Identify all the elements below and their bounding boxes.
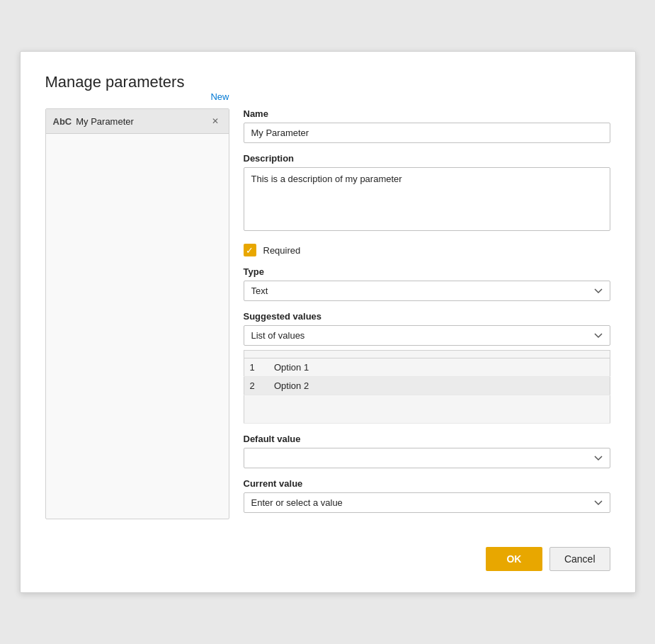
param-item-left: AbC My Parameter xyxy=(53,116,134,127)
table-row: 1 Option 1 xyxy=(244,358,610,377)
manage-parameters-dialog: Manage parameters New AbC My Parameter ✕… xyxy=(20,51,636,593)
param-type-icon: AbC xyxy=(53,116,72,127)
current-value-field-group: Current value Enter or select a value xyxy=(244,478,610,513)
col-value-header xyxy=(268,351,396,358)
required-row: ✓ Required xyxy=(244,244,610,256)
default-value-select[interactable] xyxy=(244,448,610,468)
name-field-group: Name xyxy=(244,108,610,143)
type-select[interactable]: Text Decimal Number Whole Number Date Da… xyxy=(244,281,610,301)
suggested-values-label: Suggested values xyxy=(244,311,610,322)
name-label: Name xyxy=(244,108,610,119)
type-label: Type xyxy=(244,266,610,277)
right-panel: Name Description This is a description o… xyxy=(244,108,610,523)
row-value-2[interactable]: Option 2 xyxy=(268,377,396,395)
table-row-empty xyxy=(244,395,610,424)
new-link[interactable]: New xyxy=(210,91,229,102)
required-checkbox[interactable]: ✓ xyxy=(244,244,256,256)
current-value-label: Current value xyxy=(244,478,610,489)
suggested-values-select[interactable]: Any value List of values Query xyxy=(244,325,610,346)
description-label: Description xyxy=(244,153,610,164)
description-field-group: Description This is a description of my … xyxy=(244,153,610,234)
type-field-group: Type Text Decimal Number Whole Number Da… xyxy=(244,266,610,301)
ok-button[interactable]: OK xyxy=(486,547,542,571)
row-value-1[interactable]: Option 1 xyxy=(268,358,396,377)
values-table-header xyxy=(244,351,610,358)
cancel-button[interactable]: Cancel xyxy=(549,547,610,571)
required-label: Required xyxy=(263,245,301,256)
row-num-2: 2 xyxy=(244,377,268,395)
button-row: OK Cancel xyxy=(45,540,610,571)
parameters-list: AbC My Parameter ✕ xyxy=(45,108,229,519)
row-num-1: 1 xyxy=(244,358,268,377)
checkmark-icon: ✓ xyxy=(246,246,254,255)
values-table-body: 1 Option 1 2 Option 2 xyxy=(244,358,610,424)
name-input[interactable] xyxy=(244,123,610,143)
col-extra-header xyxy=(396,351,610,358)
description-input[interactable]: This is a description of my parameter xyxy=(244,167,610,231)
default-value-field-group: Default value xyxy=(244,434,610,468)
row-extra-1 xyxy=(396,358,610,377)
param-name-label: My Parameter xyxy=(76,116,134,127)
table-row: 2 Option 2 xyxy=(244,377,610,395)
dialog-title: Manage parameters xyxy=(45,73,610,91)
parameter-item[interactable]: AbC My Parameter ✕ xyxy=(46,109,229,134)
col-num-header xyxy=(244,351,268,358)
default-value-label: Default value xyxy=(244,434,610,444)
row-extra-2 xyxy=(396,377,610,395)
left-panel-wrapper: New AbC My Parameter ✕ xyxy=(45,108,229,523)
values-table: 1 Option 1 2 Option 2 xyxy=(244,350,610,424)
close-param-icon[interactable]: ✕ xyxy=(209,115,222,128)
suggested-values-field-group: Suggested values Any value List of value… xyxy=(244,311,610,424)
current-value-select[interactable]: Enter or select a value xyxy=(244,492,610,513)
dialog-body: New AbC My Parameter ✕ Name Descri xyxy=(45,108,610,523)
